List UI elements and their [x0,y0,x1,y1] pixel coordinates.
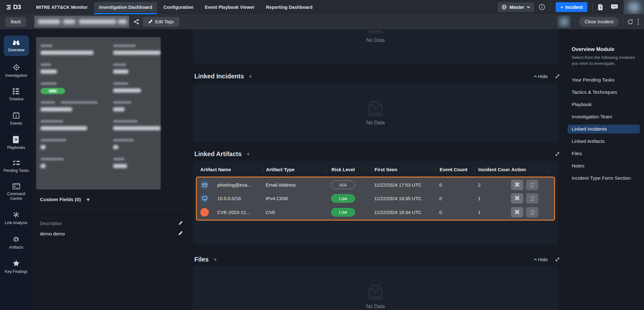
redacted-field [41,62,113,81]
add-linked-artifact-button[interactable]: + [246,151,250,157]
share-icon[interactable] [134,19,139,25]
tab-mitre-attck-monitor[interactable]: MITRE ATT&CK Monitor [31,0,93,14]
module-list-item[interactable]: Linked Incidents [568,125,640,133]
module-list-item[interactable]: Tactics & Techniques [568,88,640,97]
sidebar-item-overview[interactable]: Overview [4,36,29,56]
sidebar-item-link-analysis[interactable]: Link Analysis [3,211,30,226]
redacted-field [41,43,113,62]
edit-description-icon[interactable] [178,231,183,237]
tab-configuration[interactable]: Configuration [158,0,199,14]
link-analysis-action-button[interactable]: ⌘ [511,180,523,190]
info-icon[interactable] [539,4,545,10]
edit-tags-button[interactable]: Edit Tags [143,17,179,27]
linked-artifacts-card: Artifact NameArtifact TypeRisk LevelFirs… [193,161,558,245]
pencil-icon [148,20,153,24]
sidebar-item-pending-tasks[interactable]: Pending Tasks [3,160,30,173]
unlink-artifact-button[interactable] [526,180,538,190]
terminal-icon [13,183,20,189]
column-header: Artifact Name [200,166,263,173]
toolbar-right-cluster: Close Incident [557,15,639,28]
sidebar-item-key-findings[interactable]: Key Findings [3,260,30,274]
redacted-field [41,157,113,176]
divider [575,18,575,26]
sidebar-item-command-centre[interactable]: Command Centre [3,183,30,201]
plus-icon: + [560,5,563,10]
environment-selector[interactable]: Master [498,2,534,12]
new-incident-button[interactable]: + Incident [556,2,587,12]
close-incident-button[interactable]: Close Incident [579,17,619,27]
tab-investigation-dashboard[interactable]: Investigation Dashboard [93,0,158,14]
unlink-artifact-button[interactable] [526,193,538,204]
redacted-field [41,119,113,138]
left-sidebar: Overview Investigation Timel [0,29,32,310]
playbook-icon [13,136,19,143]
link-analysis-action-button[interactable]: ⌘ [511,207,523,217]
module-list-item[interactable]: Your Pending Tasks [568,76,640,84]
incident-title-redacted [34,16,129,28]
hide-section-button[interactable]: Hide [534,74,548,79]
network-icon [13,211,20,218]
add-file-button[interactable]: + [214,256,217,263]
top-section-card: No Data [193,29,558,65]
redacted-field [113,62,160,81]
avatar-blur [560,17,569,26]
sidebar-item-events[interactable]: Events [3,112,30,126]
d3-logo-text: D3 [13,3,21,11]
incident-fields-redacted-panel [36,37,161,189]
risk-badge: N/A [331,181,355,189]
artifact-table-row[interactable]: 10.0.0.0/16 IPv4 CIDR Low 11/22/2024 18:… [200,192,554,205]
chevron-up-icon [534,75,537,78]
chat-icon[interactable] [611,4,618,10]
link-analysis-action-button[interactable]: ⌘ [511,193,523,204]
module-list-item[interactable]: Notes [568,161,640,170]
sidebar-item-timeline[interactable]: Timeline [3,88,30,102]
sidebar-item-investigation[interactable]: Investigation [3,64,30,78]
column-header-spacer [547,166,555,173]
redacted-field [113,43,160,62]
assignee-avatar[interactable] [557,15,571,28]
edit-description-icon[interactable] [178,221,183,227]
redacted-field [41,138,113,157]
expand-section-icon[interactable] [555,74,560,79]
fingerprint-icon [13,235,20,243]
artifact-table-row[interactable]: CVE-2023-12... CVE Low 11/22/2024 18:34 … [200,206,554,219]
redacted-field [113,138,160,157]
refresh-icon[interactable] [627,19,633,25]
divider [550,3,551,11]
linked-incidents-header: Linked Incidents + Hide [193,73,560,80]
module-list-item[interactable]: Files [568,149,640,158]
hide-section-button[interactable]: Hide [534,257,548,262]
expand-section-icon[interactable] [555,257,560,262]
artifact-table-row[interactable]: phishing@exa... Email Address N/A 11/22/… [200,178,554,192]
module-list-item[interactable]: Incident Type Form Section [568,174,640,183]
unlink-artifact-button[interactable] [526,207,538,217]
event-count: 0 [436,210,475,215]
artifact-type: CVE [263,210,326,215]
d3-logo[interactable]: D3 [6,0,21,14]
section-title: Files [194,256,209,263]
kebab-menu-icon[interactable] [637,19,639,25]
module-list-item[interactable]: Linked Artifacts [568,137,640,146]
expand-section-icon[interactable] [555,151,560,157]
first-seen: 11/22/2024 18:34 UTC [371,210,436,215]
sidebar-item-artifacts[interactable]: Artifacts [3,235,30,250]
add-custom-field-button[interactable]: + [86,197,90,202]
document-icon[interactable] [598,4,603,10]
risk-badge: Low [331,208,355,217]
sidebar-item-playbooks[interactable]: Playbooks [3,136,30,150]
overview-module-panel: Overview Module Select from the followin… [563,29,644,310]
environment-label: Master [509,5,524,10]
tab-reporting-dashboard[interactable]: Reporting Dashboard [260,0,318,14]
back-button[interactable]: Back [5,17,26,27]
empty-tray-icon [365,29,386,34]
artifact-type: IPv4 CIDR [263,196,326,201]
user-avatar[interactable] [624,0,644,14]
unlink-icon [530,196,535,201]
section-title: Linked Incidents [194,73,244,80]
module-list-item[interactable]: Playbook [568,100,640,109]
column-header: Artifact Type [263,166,326,173]
module-list-item[interactable]: Investigation Team [568,112,640,121]
main-nav-tabs: MITRE ATT&CK Monitor Investigation Dashb… [31,0,318,14]
tab-event-playbook-viewer[interactable]: Event Playbook Viewer [199,0,260,14]
add-linked-incident-button[interactable]: + [249,73,253,80]
